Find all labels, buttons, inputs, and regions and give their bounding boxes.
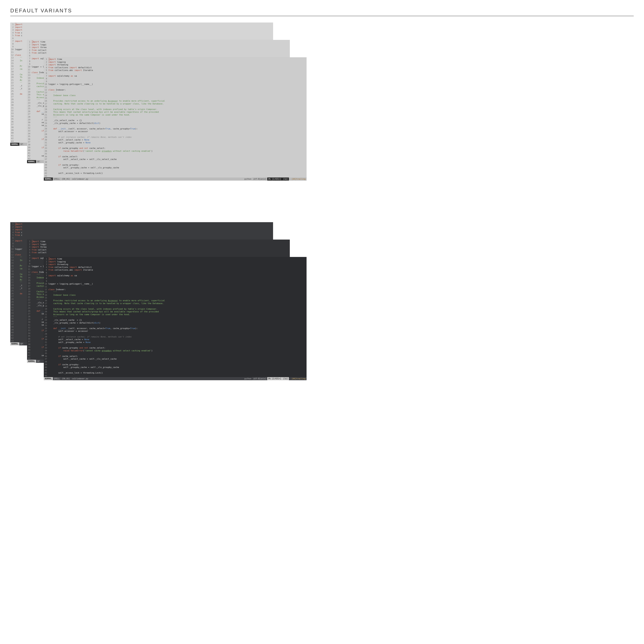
- status-position: 0% [1/431+]: [267, 377, 282, 380]
- status-spell: SPELL: [53, 377, 61, 380]
- status-sep: ¤: [289, 177, 291, 181]
- status-position: 0% [1/431+]: [267, 177, 282, 181]
- status-trailing: [44]trailing: [291, 377, 307, 380]
- code-area[interactable]: 1 2 3 4 5 6 7 8 9 10 11 12 13 14 15 16 1…: [44, 57, 307, 177]
- status-mode: NORMAL: [44, 177, 53, 181]
- line-number-gutter: 1 2 3 4 5 6 7 8 9 10 11 12 13 14 15 16 1…: [44, 257, 48, 377]
- code-area[interactable]: 1 2 3 4 5 6 7 8 9 10 11 12 13 14 15 16 1…: [44, 257, 307, 377]
- line-number-gutter: 1 2 3 4 5 6 7 8 9 10 11 12 13 14 15 16 1…: [10, 23, 15, 143]
- page-title: DEFAULT VARIANTS: [10, 8, 634, 14]
- status-mode: NORMAL: [10, 143, 19, 146]
- status-lang: [EN_US]: [61, 177, 71, 181]
- status-spell: SP: [19, 342, 24, 346]
- status-bar: NORMAL SPELL [EN_US] co3/indexer.py pyth…: [44, 377, 307, 380]
- status-mode: NORMAL: [44, 377, 53, 380]
- editor-window: 1 2 3 4 5 6 7 8 9 10 11 12 13 14 15 16 1…: [44, 57, 307, 181]
- status-spell: SP: [36, 360, 40, 363]
- line-number-gutter: 1 2 3 4 5 6 7 8 9 10 11 12 13 14 15 16 1…: [27, 40, 32, 160]
- status-spell: SP: [36, 160, 40, 163]
- status-mode: NORMAL: [10, 342, 19, 346]
- code-text[interactable]: import time import logging import thread…: [48, 58, 307, 177]
- status-mode: NORMAL: [27, 160, 36, 163]
- status-sep: ¤: [289, 377, 291, 380]
- status-mode: NORMAL: [27, 360, 36, 363]
- status-col: [1¢]: [282, 177, 289, 181]
- status-filetype: python: [243, 377, 252, 380]
- status-filetype: python: [243, 177, 252, 181]
- status-encoding: utf-8[unix]: [252, 377, 267, 380]
- variants-root: 1 2 3 4 5 6 7 8 9 10 11 12 13 14 15 16 1…: [10, 23, 634, 396]
- line-number-gutter: 1 2 3 4 5 6 7 8 9 10 11 12 13 14 15 16 1…: [27, 240, 32, 360]
- status-lang: [EN_US]: [61, 377, 71, 380]
- status-col: [1¢]: [282, 377, 289, 380]
- status-file: co3/indexer.py: [71, 177, 89, 181]
- status-encoding: utf-8[unix]: [252, 177, 267, 181]
- line-number-gutter: 1 2 3 4 5 6 7 8 9 10 11 12 13 14 15 16 1…: [10, 223, 15, 342]
- status-bar: NORMAL SPELL [EN_US] co3/indexer.py pyth…: [44, 177, 307, 181]
- status-trailing: [44]trailing: [291, 177, 307, 181]
- line-number-gutter: 1 2 3 4 5 6 7 8 9 10 11 12 13 14 15 16 1…: [44, 58, 48, 177]
- status-spell: SPELL: [53, 177, 61, 181]
- status-file: co3/indexer.py: [71, 377, 89, 380]
- code-text[interactable]: import time import logging import thread…: [48, 257, 307, 377]
- status-spell: SP: [19, 143, 24, 146]
- variant-light: 1 2 3 4 5 6 7 8 9 10 11 12 13 14 15 16 1…: [10, 23, 634, 196]
- editor-window: 1 2 3 4 5 6 7 8 9 10 11 12 13 14 15 16 1…: [44, 257, 307, 380]
- variant-dark: 1 2 3 4 5 6 7 8 9 10 11 12 13 14 15 16 1…: [10, 222, 634, 396]
